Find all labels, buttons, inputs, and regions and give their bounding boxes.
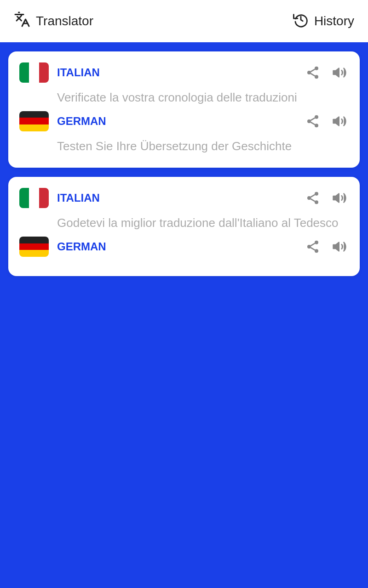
svg-line-15 [310,199,315,201]
svg-point-19 [307,245,311,249]
svg-line-21 [310,248,315,250]
italian-flag [19,62,49,83]
svg-point-1 [307,71,311,74]
card1-german-text: Testen Sie Ihre Übersetzung der Geschich… [19,138,349,155]
card1-italian-volume-button[interactable] [330,63,349,82]
card2-italian-section: ITALIAN [19,188,349,232]
card2-italian-actions [304,189,349,207]
flag-stripe-red [39,62,49,83]
flag-stripe-black [19,111,49,118]
card1-italian-text: Verificate la vostra cronologia delle tr… [19,89,349,107]
flag-stripe-gold [19,124,49,131]
card1-german-section: GERMAN [19,111,349,155]
svg-point-0 [315,67,318,70]
card2-german-volume-button[interactable] [330,237,349,256]
card2-german-section: GERMAN [19,237,349,257]
svg-point-12 [315,192,318,196]
card1-german-share-button[interactable] [304,112,322,130]
card1-german-lang-row: GERMAN [19,111,349,131]
card1-italian-section: ITALIAN [19,62,349,107]
svg-line-3 [310,74,315,76]
app-title: Translator [36,14,93,28]
card2-italian-volume-button[interactable] [330,189,349,207]
card2-italian-label: ITALIAN [57,192,304,204]
flag-stripe-red [19,243,49,250]
german-flag-2 [19,237,49,257]
card2-german-actions [304,237,349,256]
svg-marker-23 [334,243,339,251]
flag-stripe-green [19,62,29,83]
german-flag-1 [19,111,49,131]
card2-italian-lang-row: ITALIAN [19,188,349,208]
svg-point-13 [307,196,311,200]
card1-german-label: GERMAN [57,115,304,128]
flag-stripe-red [39,188,49,208]
translation-card-1: ITALIAN [8,51,360,168]
svg-point-14 [315,201,318,204]
svg-point-18 [315,241,318,244]
card2-german-lang-row: GERMAN [19,237,349,257]
history-icon [293,12,309,31]
italian-flag-2 [19,188,49,208]
flag-stripe-white [29,188,39,208]
svg-line-4 [310,69,315,72]
svg-point-20 [315,249,318,253]
translate-icon [14,11,30,31]
flag-stripe-green [19,188,29,208]
header-left: Translator [14,11,93,31]
cards-container: ITALIAN [0,42,368,285]
card1-italian-lang-row: ITALIAN [19,62,349,83]
svg-point-7 [307,119,311,123]
flag-stripe-black [19,237,49,243]
card2-italian-text: Godetevi la miglior traduzione dall'Ital… [19,215,349,232]
flag-stripe-red [19,118,49,124]
flag-stripe-gold [19,250,49,257]
card1-italian-label: ITALIAN [57,66,304,79]
svg-point-2 [315,75,318,79]
svg-marker-17 [334,194,339,203]
svg-line-9 [310,122,315,124]
svg-line-22 [310,243,315,246]
translation-card-2: ITALIAN [8,177,360,276]
card1-italian-actions [304,63,349,82]
svg-point-6 [315,115,318,119]
flag-stripe-white [29,62,39,83]
card2-italian-share-button[interactable] [304,189,322,207]
history-label[interactable]: History [314,14,354,28]
card2-german-share-button[interactable] [304,237,322,256]
header-right[interactable]: History [293,12,354,31]
svg-line-16 [310,195,315,197]
card1-german-actions [304,112,349,130]
card2-german-label: GERMAN [57,240,304,253]
svg-point-8 [315,124,318,127]
svg-marker-5 [334,68,339,77]
card1-german-volume-button[interactable] [330,112,349,130]
card1-italian-share-button[interactable] [304,63,322,82]
app-header: Translator History [0,0,368,42]
svg-line-10 [310,118,315,120]
svg-marker-11 [334,117,339,125]
